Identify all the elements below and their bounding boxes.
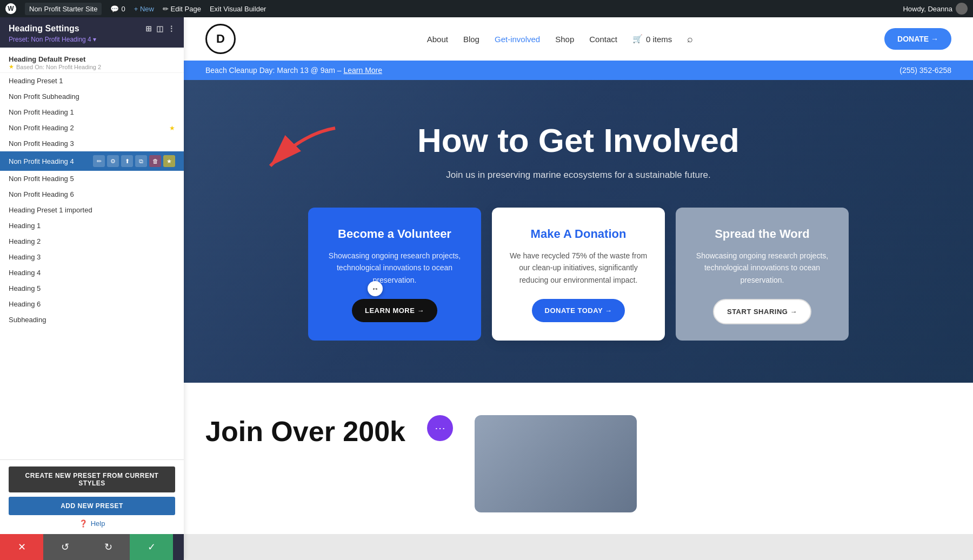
comments-link[interactable]: 💬 0 bbox=[110, 5, 125, 13]
settings-icon[interactable]: ⚙ bbox=[107, 155, 119, 167]
duplicate-icon[interactable]: ⧉ bbox=[135, 155, 147, 167]
list-item[interactable]: Non Profit Heading 6 bbox=[0, 186, 184, 202]
donation-card: Make A Donation We have recycled 75% of … bbox=[492, 208, 665, 341]
nav-links: About Blog Get-involved Shop Contact 🛒 0… bbox=[427, 34, 694, 45]
nav-contact[interactable]: Contact bbox=[589, 35, 617, 44]
start-sharing-button[interactable]: START SHARING → bbox=[713, 299, 811, 324]
preset-list: Heading Default Preset ★ Based On: Non P… bbox=[0, 48, 184, 459]
admin-bar: W Non Profit Starter Site 💬 0 + New ✏ Ed… bbox=[0, 0, 973, 17]
announcement-link[interactable]: Learn More bbox=[343, 66, 382, 75]
search-icon[interactable]: ⌕ bbox=[687, 34, 693, 45]
add-preset-button[interactable]: ADD NEW PRESET bbox=[9, 497, 175, 515]
star-icon: ★ bbox=[9, 63, 14, 70]
list-item[interactable]: Heading 4 bbox=[0, 265, 184, 281]
list-item[interactable]: Subheading bbox=[0, 312, 184, 328]
sidebar-title: Heading Settings ⊞ ◫ ⋮ bbox=[9, 24, 175, 34]
more-icon[interactable]: ⋮ bbox=[168, 24, 175, 33]
delete-icon[interactable]: 🗑 bbox=[149, 155, 161, 167]
comment-icon: 💬 bbox=[110, 5, 119, 13]
resize-handle[interactable]: ↔ bbox=[368, 281, 383, 296]
share-card: Spread the Word Showcasing ongoing resea… bbox=[676, 208, 849, 341]
card-text: Showcasing ongoing research projects, te… bbox=[324, 250, 465, 286]
list-item[interactable]: Non Profit Heading 2 ★ bbox=[0, 120, 184, 136]
cards-row: Become a Volunteer Showcasing ongoing re… bbox=[281, 208, 876, 341]
cart-link[interactable]: 🛒 0 items bbox=[632, 34, 672, 44]
site-name[interactable]: Non Profit Starter Site bbox=[25, 3, 102, 15]
edit-icon[interactable]: ✏ bbox=[93, 155, 105, 167]
donate-nav-button[interactable]: DONATE → bbox=[884, 28, 951, 50]
cart-icon: 🛒 bbox=[632, 34, 643, 44]
redo-icon: ↻ bbox=[104, 541, 112, 553]
list-item[interactable]: Heading Preset 1 bbox=[0, 73, 184, 89]
user-avatar bbox=[956, 3, 968, 15]
expand-icon[interactable]: ⊞ bbox=[145, 24, 152, 33]
edit-page-link[interactable]: ✏ Edit Page bbox=[163, 5, 201, 13]
hero-title: How to Get Involved bbox=[417, 122, 739, 159]
logo-letter: D bbox=[216, 32, 225, 46]
panel-icon[interactable]: ◫ bbox=[156, 24, 163, 33]
card-text: We have recycled 75% of the waste from o… bbox=[508, 250, 649, 286]
based-on-label: ★ Based On: Non Profit Heading 2 bbox=[9, 63, 175, 70]
help-icon: ❓ bbox=[79, 519, 88, 528]
wp-logo-icon[interactable]: W bbox=[5, 3, 16, 14]
create-preset-button[interactable]: CREATE NEW PRESET FROM CURRENT STYLES bbox=[9, 466, 175, 492]
announcement-text: Beach Cleanup Day: March 13 @ 9am – Lear… bbox=[205, 66, 382, 75]
card-title: Spread the Word bbox=[692, 227, 832, 241]
star-icon: ★ bbox=[169, 124, 175, 132]
active-preset-item[interactable]: Non Profit Heading 4 ✏ ⚙ ⬆ ⧉ 🗑 ★ bbox=[0, 151, 184, 171]
list-item[interactable]: Heading 3 bbox=[0, 249, 184, 265]
confirm-button[interactable]: ✓ bbox=[130, 534, 173, 560]
export-icon[interactable]: ⬆ bbox=[121, 155, 133, 167]
star-action-icon[interactable]: ★ bbox=[163, 155, 175, 167]
nav-shop[interactable]: Shop bbox=[555, 35, 574, 44]
default-preset-group: Heading Default Preset ★ Based On: Non P… bbox=[0, 51, 184, 73]
new-item-link[interactable]: + New bbox=[134, 5, 154, 13]
list-item[interactable]: Non Profit Heading 5 bbox=[0, 171, 184, 186]
sidebar-header: Heading Settings ⊞ ◫ ⋮ Preset: Non Profi… bbox=[0, 17, 184, 48]
list-item[interactable]: Heading 5 bbox=[0, 281, 184, 296]
help-link[interactable]: ❓ Help bbox=[9, 519, 175, 528]
hero-section: How to Get Involved Join us in preservin… bbox=[184, 80, 973, 383]
default-preset-name: Heading Default Preset bbox=[9, 55, 175, 63]
card-text: Showcasing ongoing research projects, te… bbox=[692, 250, 832, 286]
phone-number: (255) 352-6258 bbox=[899, 66, 951, 75]
site-navigation: D About Blog Get-involved Shop Contact 🛒… bbox=[184, 17, 973, 61]
announcement-bar: Beach Cleanup Day: March 13 @ 9am – Lear… bbox=[184, 61, 973, 80]
nav-about[interactable]: About bbox=[427, 35, 448, 44]
list-item[interactable]: Heading 1 bbox=[0, 218, 184, 234]
undo-button[interactable]: ↺ bbox=[43, 534, 86, 560]
sidebar-footer: CREATE NEW PRESET FROM CURRENT STYLES AD… bbox=[0, 459, 184, 534]
site-logo[interactable]: D bbox=[205, 24, 236, 54]
close-button[interactable]: ✕ bbox=[0, 534, 43, 560]
nav-get-involved[interactable]: Get-involved bbox=[495, 35, 540, 44]
bubble-icon: ⋯ bbox=[435, 422, 445, 435]
card-title: Become a Volunteer bbox=[324, 227, 465, 241]
redo-button[interactable]: ↻ bbox=[86, 534, 130, 560]
learn-more-button[interactable]: LEARN MORE → bbox=[352, 299, 437, 322]
list-item[interactable]: Non Profit Subheading bbox=[0, 89, 184, 104]
bottom-section: Join Over 200k ⋯ bbox=[184, 383, 973, 534]
volunteer-card: Become a Volunteer Showcasing ongoing re… bbox=[308, 208, 481, 341]
preset-items: Heading Preset 1 Non Profit Subheading N… bbox=[0, 73, 184, 328]
preset-label[interactable]: Preset: Non Profit Heading 4 ▾ bbox=[9, 36, 175, 43]
exit-builder-link[interactable]: Exit Visual Builder bbox=[210, 5, 266, 13]
bottom-toolbar: ✕ ↺ ↻ ✓ bbox=[0, 534, 184, 560]
list-item[interactable]: Non Profit Heading 3 bbox=[0, 136, 184, 151]
close-icon: ✕ bbox=[18, 541, 26, 553]
website-preview: ↔ D About Blog Get-involved Sho bbox=[184, 17, 973, 560]
donate-today-button[interactable]: DONATE TODAY → bbox=[532, 299, 625, 322]
undo-icon: ↺ bbox=[61, 541, 69, 553]
list-item[interactable]: Heading 2 bbox=[0, 234, 184, 249]
bottom-image bbox=[475, 415, 637, 512]
site-name-label: Non Profit Starter Site bbox=[29, 5, 97, 13]
cart-count: 0 items bbox=[646, 35, 672, 44]
nav-blog[interactable]: Blog bbox=[463, 35, 479, 44]
purple-menu-bubble[interactable]: ⋯ bbox=[427, 415, 453, 441]
list-item[interactable]: Heading 6 bbox=[0, 296, 184, 312]
toolbar-buttons: ✕ ↺ ↻ ✓ bbox=[0, 534, 173, 560]
card-title: Make A Donation bbox=[508, 227, 649, 241]
list-item[interactable]: Non Profit Heading 1 bbox=[0, 104, 184, 120]
resize-icon: ↔ bbox=[371, 284, 379, 293]
list-item[interactable]: Heading Preset 1 imported bbox=[0, 202, 184, 218]
user-menu[interactable]: Howdy, Deanna bbox=[903, 3, 968, 15]
